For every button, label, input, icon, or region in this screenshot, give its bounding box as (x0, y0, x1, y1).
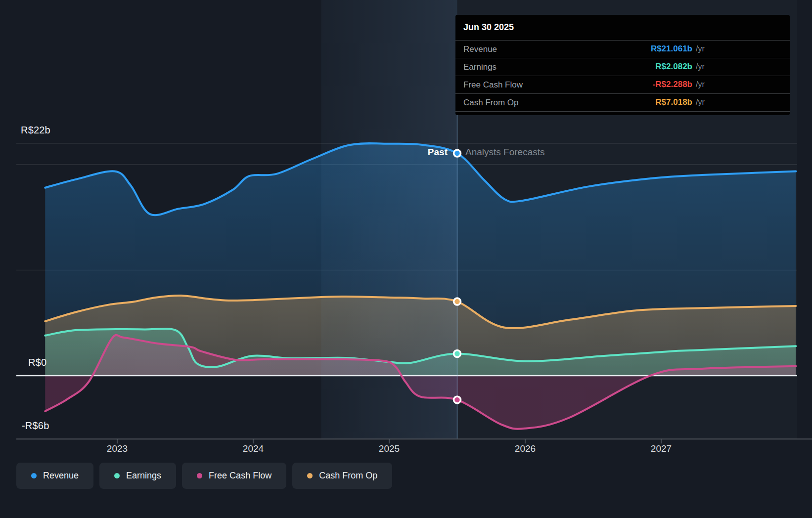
marker-cash-from-op[interactable] (454, 298, 461, 305)
analysts-forecasts-label: Analysts Forecasts (465, 147, 545, 158)
x-axis-label: 2025 (379, 443, 400, 454)
x-axis-label: 2023 (107, 443, 128, 454)
legend: RevenueEarningsFree Cash FlowCash From O… (16, 463, 392, 489)
tooltip-row-suffix: /yr (696, 94, 705, 111)
tooltip-row-suffix: /yr (696, 41, 705, 57)
tooltip-row-value: R$2.082b (455, 58, 692, 75)
legend-label: Earnings (126, 471, 161, 481)
legend-pill-revenue[interactable]: Revenue (16, 463, 93, 489)
hover-highlight-band (321, 0, 457, 439)
legend-pill-earnings[interactable]: Earnings (99, 463, 176, 489)
y-axis-label: R$0 (28, 357, 46, 368)
y-axis-label: R$22b (21, 125, 50, 136)
legend-pill-free-cash-flow[interactable]: Free Cash Flow (182, 463, 286, 489)
x-axis-label: 2027 (651, 443, 672, 454)
chart-page: R$22bR$0-R$6b 20232024202520262027 Past … (0, 0, 812, 518)
legend-dot-icon (197, 473, 202, 478)
marker-free-cash-flow[interactable] (454, 396, 461, 403)
x-axis-label: 2024 (243, 443, 264, 454)
tooltip-row: EarningsR$2.082b/yr (455, 58, 790, 76)
tooltip-row-value: -R$2.288b (455, 76, 692, 93)
legend-pill-cash-from-op[interactable]: Cash From Op (292, 463, 392, 489)
past-label: Past (428, 147, 448, 158)
x-axis-label: 2026 (515, 443, 536, 454)
legend-dot-icon (114, 473, 120, 478)
legend-label: Free Cash Flow (209, 471, 271, 481)
tooltip-row-value: R$7.018b (455, 94, 692, 111)
legend-label: Cash From Op (319, 471, 377, 481)
tooltip-bottom-divider (455, 111, 790, 112)
tooltip-row: RevenueR$21.061b/yr (455, 40, 790, 58)
legend-dot-icon (307, 473, 313, 478)
hover-tooltip: Jun 30 2025 RevenueR$21.061b/yrEarningsR… (455, 15, 790, 115)
tooltip-row-suffix: /yr (696, 76, 705, 93)
tooltip-row: Free Cash Flow-R$2.288b/yr (455, 76, 790, 93)
y-axis-label: -R$6b (22, 420, 49, 432)
tooltip-date: Jun 30 2025 (455, 15, 790, 40)
marker-earnings[interactable] (454, 350, 461, 357)
tooltip-row-value: R$21.061b (455, 41, 692, 57)
legend-label: Revenue (43, 471, 79, 481)
tooltip-row-suffix: /yr (696, 58, 705, 75)
tooltip-row: Cash From OpR$7.018b/yr (455, 93, 790, 111)
marker-revenue[interactable] (454, 150, 461, 157)
legend-dot-icon (31, 473, 37, 478)
